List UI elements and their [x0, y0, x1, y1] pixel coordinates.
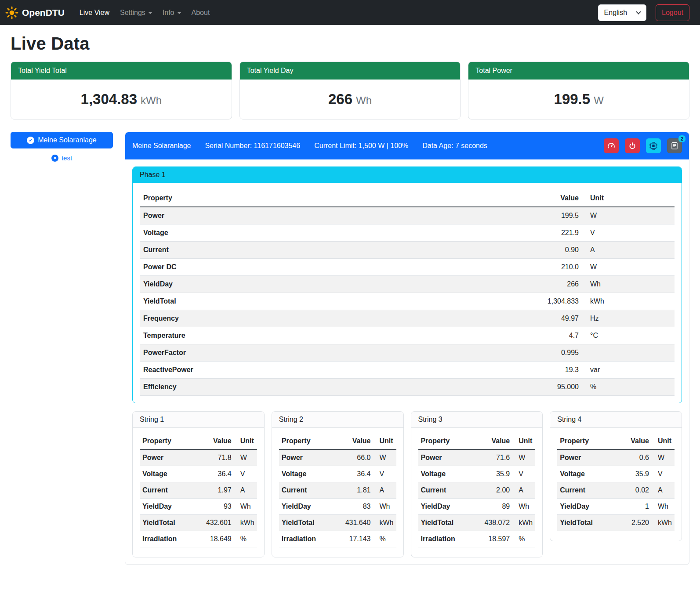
sidebar-item-inverter[interactable]: ✓ Meine Solaranlage — [11, 132, 113, 148]
row-unit: kWh — [374, 515, 396, 531]
table-row: Power71.8W — [140, 449, 257, 466]
table-row: Power DC210.0W — [140, 259, 675, 276]
page-content: Live Data Total Yield Total 1,304.83kWh … — [0, 25, 700, 575]
string-cards: String 1 Property Value Unit — [132, 411, 682, 557]
row-property: YieldDay — [279, 499, 342, 515]
string-card-title: String 2 — [272, 412, 403, 428]
top-navbar: OpenDTU Live View Settings Info About En… — [0, 0, 700, 25]
row-unit: Wh — [582, 276, 675, 293]
row-value: 36.4 — [342, 466, 374, 482]
table-row: Current0.02A — [557, 482, 675, 499]
table-row: YieldTotal432.601kWh — [140, 515, 257, 531]
row-value: 0.90 — [525, 242, 582, 259]
row-value: 0.995 — [525, 344, 582, 362]
row-unit: V — [652, 466, 675, 482]
column-unit: Unit — [652, 433, 675, 449]
row-property: Power DC — [140, 259, 525, 276]
string-card-title: String 3 — [411, 412, 543, 428]
check-circle-icon: ✓ — [27, 137, 34, 144]
row-unit: A — [512, 482, 535, 499]
nav-settings[interactable]: Settings — [115, 5, 157, 20]
table-row: Power199.5W — [140, 207, 675, 224]
table-row: Current2.00A — [418, 482, 536, 499]
table-row: YieldDay89Wh — [418, 499, 536, 515]
row-value: 71.8 — [203, 449, 234, 466]
column-value: Value — [481, 433, 512, 449]
chevron-down-icon — [636, 9, 641, 14]
row-value: 83 — [342, 499, 374, 515]
row-value: 66.0 — [342, 449, 374, 466]
string-card-body: Property Value Unit Power71.8WVoltage36.… — [133, 428, 264, 557]
row-property: ReactivePower — [140, 362, 525, 379]
row-value: 210.0 — [525, 259, 582, 276]
summary-card-total-power: Total Power 199.5W — [468, 62, 689, 119]
row-property: Current — [557, 482, 620, 499]
power-button[interactable] — [625, 138, 640, 153]
row-unit: var — [582, 362, 675, 379]
column-property: Property — [140, 190, 525, 207]
row-value: 438.072 — [481, 515, 512, 531]
summary-card-yield-day: Total Yield Day 266Wh — [239, 62, 461, 119]
string-card-body: Property Value Unit Power0.6WVoltage35.9… — [550, 428, 682, 541]
navbar-right: English Logout — [598, 4, 689, 21]
table-row: PowerFactor0.995 — [140, 344, 675, 362]
table-row: Temperature4.7°C — [140, 327, 675, 344]
journal-icon — [671, 142, 678, 150]
column-value: Value — [203, 433, 234, 449]
limit-settings-button[interactable] — [604, 138, 619, 153]
string-card-title: String 4 — [550, 412, 682, 428]
event-log-button[interactable]: 2 — [667, 138, 682, 153]
row-property: Voltage — [418, 466, 481, 482]
row-unit: Wh — [652, 499, 675, 515]
inverter-sidebar: ✓ Meine Solaranlage ✕ test — [11, 132, 113, 162]
row-unit: Wh — [512, 499, 535, 515]
column-value: Value — [620, 433, 652, 449]
table-row: Voltage221.9V — [140, 224, 675, 242]
nav-live-view[interactable]: Live View — [74, 5, 115, 20]
summary-unit: W — [594, 94, 604, 106]
row-property: Voltage — [140, 224, 525, 242]
row-value: 35.9 — [620, 466, 652, 482]
row-unit: A — [234, 482, 257, 499]
inverter-card-header: Meine Solaranlage Serial Number: 1161716… — [125, 132, 689, 159]
row-unit: A — [652, 482, 675, 499]
inverter-card: Meine Solaranlage Serial Number: 1161716… — [125, 132, 689, 565]
row-property: PowerFactor — [140, 344, 525, 362]
table-row: Frequency49.97Hz — [140, 310, 675, 327]
summary-card-title: Total Yield Day — [240, 62, 461, 80]
nav-info[interactable]: Info — [157, 5, 186, 20]
summary-value: 1,304.83 — [81, 91, 137, 107]
power-icon — [628, 142, 636, 150]
logout-button[interactable]: Logout — [656, 4, 689, 21]
nav-about[interactable]: About — [186, 5, 215, 20]
device-info-button[interactable] — [646, 138, 661, 153]
row-value: 1.97 — [203, 482, 234, 499]
row-property: Temperature — [140, 327, 525, 344]
table-row: Irradiation18.597% — [418, 531, 536, 547]
cpu-icon — [649, 142, 657, 150]
column-property: Property — [279, 433, 342, 449]
row-unit: Hz — [582, 310, 675, 327]
inverter-serial: Serial Number: 116171603546 — [205, 142, 300, 150]
row-property: Current — [279, 482, 342, 499]
row-value: 266 — [525, 276, 582, 293]
row-value: 49.97 — [525, 310, 582, 327]
sidebar-item-test[interactable]: ✕ test — [11, 154, 113, 162]
column-unit: Unit — [374, 433, 396, 449]
row-value: 0.6 — [620, 449, 652, 466]
table-header-row: Property Value Unit — [140, 190, 675, 207]
inverter-data-age: Data Age: 7 seconds — [422, 142, 487, 150]
chevron-down-icon — [178, 12, 181, 14]
brand-logo[interactable]: OpenDTU — [5, 6, 65, 19]
chevron-down-icon — [149, 12, 152, 14]
row-value: 17.143 — [342, 531, 374, 547]
language-select[interactable]: English — [598, 4, 646, 21]
row-property: Irradiation — [418, 531, 481, 547]
table-row: YieldTotal438.072kWh — [418, 515, 536, 531]
row-unit: W — [374, 449, 396, 466]
column-unit: Unit — [582, 190, 675, 207]
row-unit: Wh — [234, 499, 257, 515]
row-property: Current — [140, 482, 203, 499]
summary-unit: kWh — [141, 94, 162, 106]
row-property: YieldDay — [140, 499, 203, 515]
